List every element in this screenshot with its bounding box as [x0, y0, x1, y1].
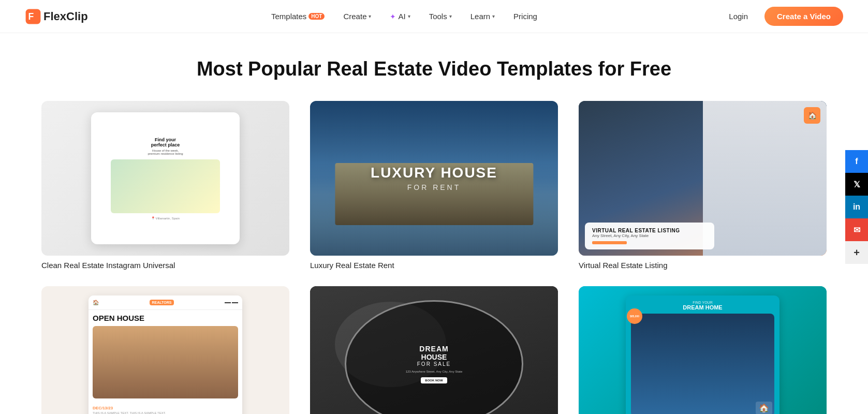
nav-pricing[interactable]: Pricing: [506, 8, 545, 25]
thumb-2-luxury-text: LUXURY HOUSE: [371, 165, 497, 181]
template-card-1[interactable]: Find yourperfect place House of the week…: [41, 101, 289, 270]
thumb-6-header: FIND YOUR DREAM HOME: [631, 301, 774, 310]
template-card-3[interactable]: 🏠 VIRTUAL REAL ESTATE LISTING Any Street…: [579, 101, 827, 270]
nav-create-chevron: ▾: [369, 13, 371, 19]
template-thumb-2: LUXURY HOUSE FOR RENT: [310, 101, 558, 256]
thumb-6-price-text: $85,000: [630, 315, 639, 318]
nav-ai-label: AI: [398, 12, 405, 21]
thumb-6-price-badge: $85,000: [627, 308, 642, 324]
thumb-4-house-img: [93, 326, 238, 398]
thumb-4-header: 🏠 REALTORS: [89, 295, 242, 310]
thumb-5-forsale: FOR SALE: [406, 361, 463, 367]
header-right: Login Create a Video: [720, 7, 843, 26]
thumb-4-home-icon: 🏠: [93, 300, 99, 305]
template-card-4[interactable]: 🏠 REALTORS OPEN HOUSE DEC/13/23 THIS I: [41, 286, 289, 414]
thumb-3-building: [703, 101, 827, 256]
thumb-4-dashes: [225, 302, 238, 303]
template-card-6[interactable]: FIND YOUR DREAM HOME $85,000 🏠 📞 +012 34…: [579, 286, 827, 414]
twitter-share-button[interactable]: 𝕏: [845, 173, 868, 196]
thumb-5-text: DREAM HOUSE FOR SALE 123 Anywhere Street…: [406, 345, 463, 383]
facebook-share-button[interactable]: f: [845, 150, 868, 173]
thumb-6-image-area: $85,000 🏠: [631, 314, 774, 414]
template-card-5[interactable]: DREAM HOUSE FOR SALE 123 Anywhere Street…: [310, 286, 558, 414]
template-label-1: Clean Real Estate Instagram Universal: [41, 261, 289, 270]
thumb-4-open-house: OPEN HOUSE: [93, 314, 238, 322]
logo[interactable]: F FlexClip: [25, 8, 88, 25]
thumb-3-title: VIRTUAL REAL ESTATE LISTING: [592, 228, 707, 233]
thumb-5-dream: DREAM: [406, 345, 463, 353]
thumb-6-dream-home: DREAM HOME: [631, 304, 774, 310]
email-share-button[interactable]: ✉: [845, 218, 868, 241]
social-sidebar: f 𝕏 in ✉ +: [845, 150, 868, 264]
thumb-5-house: HOUSE: [406, 353, 463, 361]
template-label-3: Virtual Real Estate Listing: [579, 261, 827, 270]
thumb-5-address: 123 Anywhere Street, Any City, Any State: [406, 370, 463, 373]
template-grid: Find yourperfect place House of the week…: [41, 101, 827, 414]
thumb-1-headline: Find yourperfect place: [151, 137, 180, 147]
template-thumb-1: Find yourperfect place House of the week…: [41, 101, 289, 256]
page-title: Most Popular Real Estate Video Templates…: [41, 58, 827, 80]
template-thumb-5: DREAM HOUSE FOR SALE 123 Anywhere Street…: [310, 286, 558, 414]
thumb-3-subtitle: Any Street, Any City, Any State: [592, 233, 707, 238]
svg-text:F: F: [28, 11, 34, 22]
thumb-1-inner: Find yourperfect place House of the week…: [91, 112, 240, 244]
logo-text: FlexClip: [43, 10, 88, 23]
nav-pricing-label: Pricing: [513, 12, 537, 21]
main-content: Most Popular Real Estate Video Templates…: [0, 33, 868, 414]
thumb-3-accent: [592, 241, 627, 244]
template-thumb-6: FIND YOUR DREAM HOME $85,000 🏠 📞 +012 34…: [579, 286, 827, 414]
nav-create-label: Create: [343, 12, 366, 21]
header: F FlexClip Templates HOT Create ▾ ✦ AI ▾…: [0, 0, 868, 33]
home-icon: 🏠: [808, 111, 817, 120]
thumb-6-house-icon-area: 🏠: [756, 402, 772, 414]
main-nav: Templates HOT Create ▾ ✦ AI ▾ Tools ▾ Le…: [264, 8, 545, 25]
thumb-6-home-emoji: 🏠: [759, 404, 769, 412]
nav-tools-chevron: ▾: [449, 13, 452, 19]
thumb-4-sample-text: THIS IS A SAMPLE TEXT, THIS IS A SAMPLE …: [93, 411, 238, 414]
template-label-2: Luxury Real Estate Rent: [310, 261, 558, 270]
thumb-6-find: FIND YOUR: [631, 301, 774, 304]
thumb-5-booknow: BOOK NOW: [421, 377, 447, 383]
nav-tools-label: Tools: [429, 12, 447, 21]
nav-create[interactable]: Create ▾: [336, 8, 378, 25]
thumb-1-subtext: House of the week,premium residence list…: [148, 149, 183, 155]
nav-ai-chevron: ▾: [408, 13, 410, 19]
logo-icon: F: [25, 8, 41, 25]
thumb-4-footer: DEC/13/23 THIS IS A SAMPLE TEXT, THIS IS…: [89, 403, 242, 414]
ai-sparkle-icon: ✦: [390, 12, 396, 21]
nav-templates-label: Templates: [271, 12, 306, 21]
nav-tools[interactable]: Tools ▾: [422, 8, 459, 25]
more-share-button[interactable]: +: [845, 241, 868, 264]
template-card-2[interactable]: LUXURY HOUSE FOR RENT Luxury Real Estate…: [310, 101, 558, 270]
thumb-3-badge: 🏠: [804, 107, 820, 124]
nav-ai[interactable]: ✦ AI ▾: [382, 8, 417, 25]
thumb-4-content: OPEN HOUSE: [89, 310, 242, 402]
linkedin-share-button[interactable]: in: [845, 196, 868, 218]
thumb-2-rent-text: FOR RENT: [371, 183, 497, 191]
template-thumb-4: 🏠 REALTORS OPEN HOUSE DEC/13/23 THIS I: [41, 286, 289, 414]
nav-templates[interactable]: Templates HOT: [264, 8, 332, 25]
thumb-4-inner: 🏠 REALTORS OPEN HOUSE DEC/13/23 THIS I: [89, 295, 242, 414]
template-thumb-3: 🏠 VIRTUAL REAL ESTATE LISTING Any Street…: [579, 101, 827, 256]
thumb-4-realtors-badge: REALTORS: [150, 300, 174, 305]
thumb-2-title: LUXURY HOUSE FOR RENT: [371, 165, 497, 191]
thumb-1-image: [111, 159, 220, 213]
nav-templates-badge: HOT: [308, 13, 325, 20]
thumb-6-inner: FIND YOUR DREAM HOME $85,000 🏠 📞 +012 34…: [626, 295, 779, 414]
create-video-button[interactable]: Create a Video: [764, 7, 843, 26]
thumb-1-location: 📍 Villamartin, Spain: [151, 216, 180, 220]
nav-learn-chevron: ▾: [492, 13, 495, 19]
nav-learn-label: Learn: [470, 12, 490, 21]
login-button[interactable]: Login: [720, 8, 756, 25]
nav-learn[interactable]: Learn ▾: [463, 8, 502, 25]
thumb-3-card: VIRTUAL REAL ESTATE LISTING Any Street, …: [585, 223, 714, 249]
thumb-4-date: DEC/13/23: [93, 406, 238, 410]
